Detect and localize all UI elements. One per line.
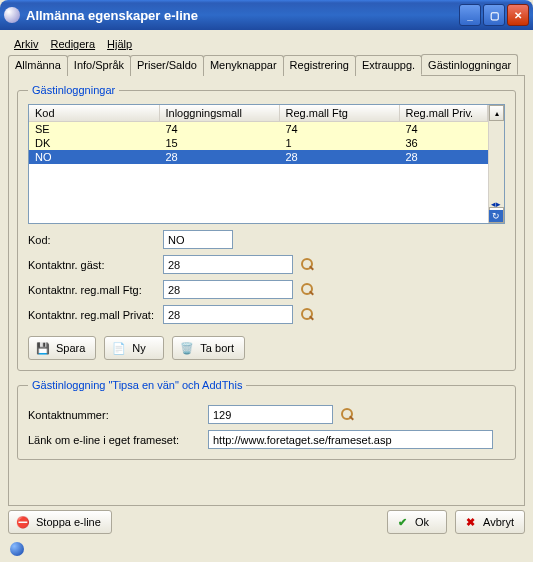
kontakt-label: Kontaktnummer:: [28, 409, 208, 421]
tab-menyknappar[interactable]: Menyknappar: [203, 55, 284, 76]
col-ftg[interactable]: Reg.mall Ftg: [279, 105, 399, 122]
scroll-up-icon[interactable]: ▴: [489, 105, 504, 121]
menu-redigera[interactable]: Redigera: [50, 38, 95, 50]
tab-allmanna[interactable]: Allmänna: [8, 55, 68, 76]
disk-icon: 💾: [35, 340, 51, 356]
search-icon: [341, 408, 354, 421]
ny-label: Ny: [132, 342, 145, 354]
search-icon: [301, 283, 314, 296]
status-icon: [10, 542, 24, 556]
priv-input[interactable]: [163, 305, 293, 324]
cell-priv: 74: [399, 122, 488, 137]
ftg-lookup-button[interactable]: [299, 282, 315, 298]
window-controls: _ ▢ ✕: [459, 4, 529, 26]
cell-ftg: 28: [279, 150, 399, 164]
table-row[interactable]: SE 74 74 74: [29, 122, 488, 137]
cell-inlogg: 28: [159, 150, 279, 164]
tab-strip: Allmänna Info/Språk Priser/Saldo Menykna…: [8, 54, 525, 75]
tab-priser-saldo[interactable]: Priser/Saldo: [130, 55, 204, 76]
gast-label: Kontaktnr. gäst:: [28, 259, 163, 271]
tipsa-legend: Gästinloggning "Tipsa en vän" och AddThi…: [28, 379, 246, 391]
link-label: Länk om e-line i eget frameset:: [28, 434, 208, 446]
bottom-bar: ⛔ Stoppa e-line ✔ Ok ✖ Avbryt: [8, 510, 525, 534]
kod-input[interactable]: [163, 230, 233, 249]
nav-refresh-icon[interactable]: ↻: [489, 210, 503, 222]
close-button[interactable]: ✕: [507, 4, 529, 26]
check-icon: ✔: [394, 514, 410, 530]
ftg-input[interactable]: [163, 280, 293, 299]
stop-icon: ⛔: [15, 514, 31, 530]
menubar: Arkiv Redigera Hjälp: [8, 34, 525, 54]
statusbar: [8, 540, 525, 558]
avbryt-button[interactable]: ✖ Avbryt: [455, 510, 525, 534]
delete-icon: 🗑️: [179, 340, 195, 356]
col-priv[interactable]: Reg.mall Priv.: [399, 105, 488, 122]
cancel-icon: ✖: [462, 514, 478, 530]
tipsa-group: Gästinloggning "Tipsa en vän" och AddThi…: [17, 379, 516, 460]
priv-lookup-button[interactable]: [299, 307, 315, 323]
link-input[interactable]: [208, 430, 493, 449]
ny-button[interactable]: 📄 Ny: [104, 336, 164, 360]
tab-body: Gästinloggningar Kod Inloggningsmall Reg…: [8, 75, 525, 506]
minimize-button[interactable]: _: [459, 4, 481, 26]
gast-input[interactable]: [163, 255, 293, 274]
grid-nav-icons: ◂▸ ↻: [489, 198, 503, 222]
table-row[interactable]: DK 15 1 36: [29, 136, 488, 150]
menu-hjalp[interactable]: Hjälp: [107, 38, 132, 50]
app-icon: [4, 7, 20, 23]
stoppa-button[interactable]: ⛔ Stoppa e-line: [8, 510, 112, 534]
cell-priv: 36: [399, 136, 488, 150]
cell-kod: SE: [29, 122, 159, 137]
gast-lookup-button[interactable]: [299, 257, 315, 273]
grid[interactable]: Kod Inloggningsmall Reg.mall Ftg Reg.mal…: [28, 104, 505, 224]
cell-kod: NO: [29, 150, 159, 164]
nav-arrows-icon[interactable]: ◂▸: [489, 198, 503, 210]
cell-inlogg: 74: [159, 122, 279, 137]
ftg-label: Kontaktnr. reg.mall Ftg:: [28, 284, 163, 296]
avbryt-label: Avbryt: [483, 516, 514, 528]
col-kod[interactable]: Kod: [29, 105, 159, 122]
maximize-button[interactable]: ▢: [483, 4, 505, 26]
cell-inlogg: 15: [159, 136, 279, 150]
kontakt-input[interactable]: [208, 405, 333, 424]
search-icon: [301, 308, 314, 321]
kontakt-lookup-button[interactable]: [339, 407, 355, 423]
tab-extrauppg[interactable]: Extrauppg.: [355, 55, 422, 76]
menu-arkiv[interactable]: Arkiv: [14, 38, 38, 50]
ok-button[interactable]: ✔ Ok: [387, 510, 447, 534]
tabort-button[interactable]: 🗑️ Ta bort: [172, 336, 245, 360]
window-title: Allmänna egenskaper e-line: [26, 8, 459, 23]
tab-info-sprak[interactable]: Info/Språk: [67, 55, 131, 76]
priv-label: Kontaktnr. reg.mall Privat:: [28, 309, 163, 321]
col-inlogg[interactable]: Inloggningsmall: [159, 105, 279, 122]
cell-kod: DK: [29, 136, 159, 150]
gastinloggningar-group: Gästinloggningar Kod Inloggningsmall Reg…: [17, 84, 516, 371]
tab-gastinloggningar[interactable]: Gästinloggningar: [421, 54, 518, 75]
stoppa-label: Stoppa e-line: [36, 516, 101, 528]
ok-label: Ok: [415, 516, 429, 528]
cell-ftg: 1: [279, 136, 399, 150]
cell-ftg: 74: [279, 122, 399, 137]
search-icon: [301, 258, 314, 271]
table-row-selected[interactable]: NO 28 28 28: [29, 150, 488, 164]
spara-button[interactable]: 💾 Spara: [28, 336, 96, 360]
cell-priv: 28: [399, 150, 488, 164]
spara-label: Spara: [56, 342, 85, 354]
tabort-label: Ta bort: [200, 342, 234, 354]
kod-label: Kod:: [28, 234, 163, 246]
tab-registrering[interactable]: Registrering: [283, 55, 356, 76]
gastinloggningar-legend: Gästinloggningar: [28, 84, 119, 96]
new-icon: 📄: [111, 340, 127, 356]
titlebar: Allmänna egenskaper e-line _ ▢ ✕: [0, 0, 533, 30]
